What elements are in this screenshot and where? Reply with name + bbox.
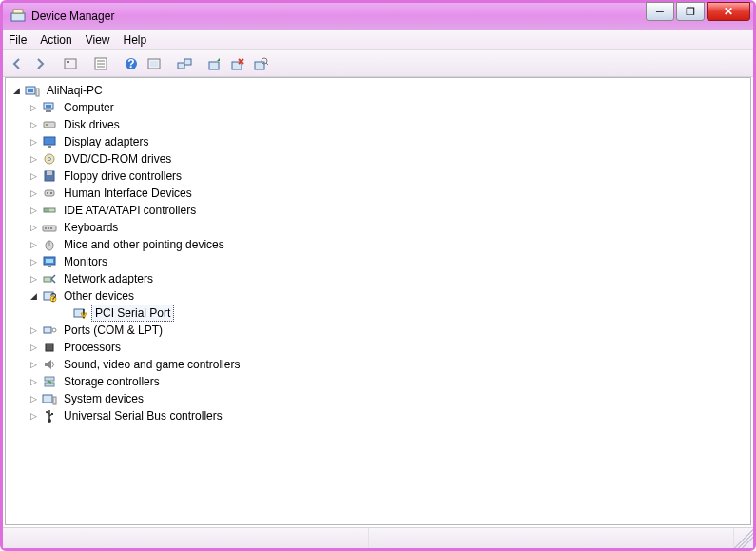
scan-hardware-button[interactable]: [250, 53, 271, 74]
expander-icon[interactable]: ▷: [27, 204, 40, 217]
svg-point-56: [52, 328, 56, 332]
svg-rect-63: [45, 383, 54, 386]
uninstall-button[interactable]: [227, 53, 248, 74]
tree-category-16[interactable]: ▷System devices: [8, 390, 748, 407]
monitor-icon: [42, 254, 57, 269]
svg-rect-62: [45, 377, 54, 381]
tree-item-label: System devices: [61, 391, 146, 406]
menu-action[interactable]: Action: [40, 33, 71, 47]
tree-category-0[interactable]: ▷Computer: [8, 99, 748, 116]
expander-icon[interactable]: ▷: [27, 392, 40, 405]
usb-icon: [42, 408, 57, 423]
device-manager-window: Device Manager File Action View Help ? ◢…: [0, 0, 756, 551]
tree-category-8[interactable]: ▷Mice and other pointing devices: [8, 236, 748, 253]
expander-icon[interactable]: ▷: [27, 358, 40, 371]
svg-text:!: !: [82, 307, 85, 321]
hid-icon: [42, 186, 57, 201]
network-icon: [42, 271, 57, 286]
tree-category-10[interactable]: ▷Network adapters: [8, 270, 748, 287]
update-driver-button[interactable]: [204, 53, 225, 74]
svg-rect-41: [45, 227, 47, 229]
keyboard-icon: [42, 220, 57, 235]
maximize-button[interactable]: [676, 2, 705, 21]
minimize-button[interactable]: [646, 2, 674, 21]
tree-item-label: Computer: [61, 100, 117, 115]
tree-category-4[interactable]: ▷Floppy drive controllers: [8, 167, 748, 185]
tree-category-2[interactable]: ▷Display adapters: [8, 133, 748, 150]
warning-icon: !: [72, 305, 87, 321]
titlebar[interactable]: Device Manager: [3, 3, 753, 30]
expander-icon[interactable]: ▷: [27, 272, 40, 285]
svg-rect-42: [48, 227, 49, 229]
expander-icon[interactable]: ▷: [27, 375, 40, 388]
svg-point-68: [46, 411, 48, 413]
tree-item-label: IDE ATA/ATAPI controllers: [61, 203, 199, 218]
expander-icon[interactable]: ◢: [10, 84, 23, 97]
tree-item-label: Other devices: [61, 288, 137, 304]
tree-category-1[interactable]: ▷Disk drives: [8, 116, 748, 133]
mouse-icon: [42, 237, 57, 252]
other-icon: ?: [42, 288, 57, 304]
expander-icon[interactable]: ▷: [27, 255, 40, 268]
tree-category-12[interactable]: ▷Ports (COM & LPT): [8, 322, 748, 339]
disk-icon: [42, 117, 57, 132]
tree-category-17[interactable]: ▷Universal Serial Bus controllers: [8, 407, 748, 424]
tree-category-9[interactable]: ▷Monitors: [8, 253, 748, 270]
processor-icon: [42, 340, 57, 355]
expander-icon[interactable]: ▷: [27, 118, 40, 131]
expander-icon[interactable]: ▷: [27, 152, 40, 166]
tree-category-13[interactable]: ▷Processors: [8, 339, 748, 356]
svg-rect-65: [53, 397, 56, 404]
tree-item-label: DVD/CD-ROM drives: [61, 151, 174, 167]
menu-help[interactable]: Help: [124, 33, 147, 47]
tree-category-7[interactable]: ▷Keyboards: [8, 219, 748, 236]
remote-button[interactable]: [174, 53, 195, 74]
svg-line-18: [266, 63, 268, 65]
svg-point-35: [50, 192, 52, 194]
root-icon: [25, 83, 40, 98]
expander-icon[interactable]: [57, 306, 70, 320]
toolbar: ?: [3, 50, 753, 77]
tree-item-label: AliNaqi-PC: [44, 83, 106, 98]
tree-view[interactable]: ◢AliNaqi-PC▷Computer▷Disk drives▷Display…: [5, 77, 751, 525]
tree-item-label: Ports (COM & LPT): [61, 323, 165, 338]
menu-file[interactable]: File: [9, 33, 27, 47]
expander-icon[interactable]: ◢: [27, 289, 40, 303]
tree-category-15[interactable]: ▷Storage controllers: [8, 373, 748, 390]
tree-item-label: Universal Serial Bus controllers: [61, 408, 225, 423]
tree-category-6[interactable]: ▷IDE ATA/ATAPI controllers: [8, 202, 748, 219]
expander-icon[interactable]: ▷: [27, 221, 40, 234]
help-button[interactable]: ?: [121, 53, 142, 74]
svg-rect-27: [44, 137, 55, 145]
tree-root-node[interactable]: ◢AliNaqi-PC: [8, 82, 748, 99]
tree-category-3[interactable]: ▷DVD/CD-ROM drives: [8, 150, 748, 167]
dvd-icon: [42, 151, 57, 167]
svg-rect-48: [48, 266, 51, 267]
svg-rect-28: [48, 146, 51, 148]
tree-item-label: Human Interface Devices: [61, 186, 195, 201]
expander-icon[interactable]: ▷: [27, 324, 40, 337]
svg-rect-23: [46, 105, 51, 108]
expander-icon[interactable]: ▷: [27, 169, 40, 183]
menu-view[interactable]: View: [86, 33, 110, 47]
expander-icon[interactable]: ▷: [27, 135, 40, 148]
refresh-button[interactable]: [144, 53, 165, 74]
tree-device-11-0[interactable]: !PCI Serial Port: [8, 305, 748, 322]
tree-item-label: Storage controllers: [61, 374, 163, 389]
expander-icon[interactable]: ▷: [27, 409, 40, 423]
expander-icon[interactable]: ▷: [27, 187, 40, 200]
tree-item-label: Keyboards: [61, 220, 121, 235]
svg-rect-47: [46, 259, 53, 263]
show-hidden-button[interactable]: [60, 53, 81, 74]
forward-button[interactable]: [29, 53, 50, 74]
storage-icon: [42, 374, 57, 389]
back-button[interactable]: [7, 53, 28, 74]
properties-button[interactable]: [90, 53, 111, 74]
expander-icon[interactable]: ▷: [27, 238, 40, 251]
tree-category-5[interactable]: ▷Human Interface Devices: [8, 185, 748, 202]
expander-icon[interactable]: ▷: [27, 101, 40, 114]
tree-category-14[interactable]: ▷Sound, video and game controllers: [8, 356, 748, 373]
tree-category-11[interactable]: ◢?Other devices: [8, 287, 748, 305]
expander-icon[interactable]: ▷: [27, 341, 40, 354]
close-button[interactable]: [707, 2, 750, 21]
